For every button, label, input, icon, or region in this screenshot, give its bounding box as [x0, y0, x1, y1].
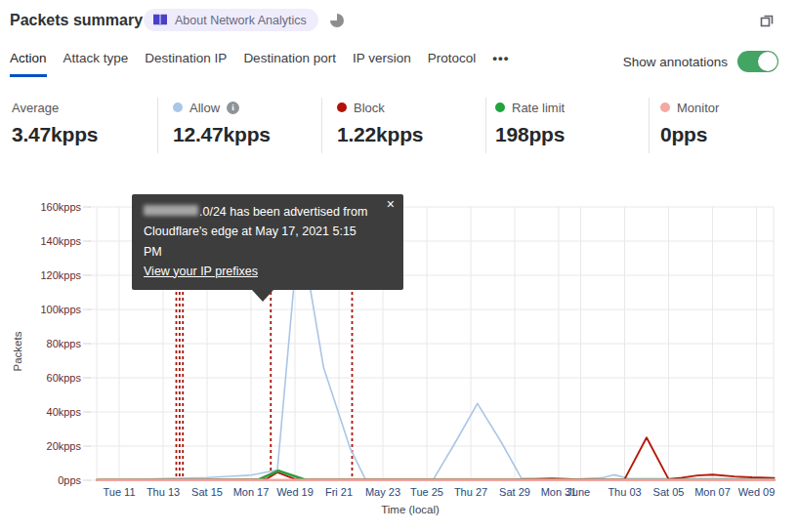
- tooltip-line1: .0/24 has been advertised from: [144, 202, 378, 222]
- stat-label: Rate limit: [512, 101, 565, 115]
- tooltip-close-icon[interactable]: ×: [387, 197, 395, 211]
- tab-ip-version[interactable]: IP version: [353, 51, 411, 77]
- y-tick-label: 0pps: [58, 474, 81, 486]
- stat-value: 198pps: [495, 123, 565, 146]
- stats-row: Average3.47kppsAllowi12.47kppsBlock1.22k…: [0, 98, 797, 156]
- badge-label: About Network Analytics: [175, 14, 307, 27]
- legend-dot-allow: [173, 102, 183, 112]
- tooltip-line2: Cloudflare's edge at May 17, 2021 5:15 P…: [144, 222, 378, 262]
- packets-summary-panel: Packets summary About Network Analytics …: [0, 0, 797, 532]
- x-tick-label: Mon 17: [233, 486, 270, 498]
- x-tick-label: May 23: [365, 486, 400, 498]
- tooltip-arrow: [252, 290, 273, 302]
- stat-value: 1.22kpps: [337, 123, 423, 146]
- y-tick-label: 40kpps: [47, 406, 82, 418]
- tab-action[interactable]: Action: [10, 51, 47, 77]
- y-tick-label: 20kpps: [47, 440, 82, 452]
- tab-protocol[interactable]: Protocol: [428, 51, 477, 77]
- y-tick-label: 160kpps: [40, 201, 81, 213]
- info-icon[interactable]: i: [227, 102, 239, 114]
- x-tick-label: Wed 09: [738, 486, 776, 498]
- stat-allow: Allowi12.47kpps: [173, 100, 271, 146]
- annotation-tooltip: × .0/24 has been advertised from Cloudfl…: [132, 194, 403, 290]
- page-title: Packets summary: [10, 12, 143, 29]
- y-axis-title: Packets: [12, 331, 23, 371]
- stat-label: Block: [354, 101, 385, 115]
- y-tick-label: 60kpps: [47, 372, 82, 384]
- x-tick-label: Thu 03: [608, 486, 641, 498]
- tab-attack-type[interactable]: Attack type: [63, 51, 129, 77]
- stat-value: 3.47kpps: [12, 123, 98, 146]
- show-annotations-label: Show annotations: [623, 55, 728, 69]
- x-tick-label: June: [566, 486, 590, 498]
- legend-dot-rate-limit: [495, 102, 505, 112]
- stat-divider: [485, 98, 486, 153]
- x-tick-label: Mon 07: [694, 486, 731, 498]
- x-tick-label: Fri 21: [325, 486, 353, 498]
- x-tick-label: Sat 15: [191, 486, 223, 498]
- y-tick-label: 120kpps: [40, 269, 81, 281]
- stat-divider: [157, 98, 158, 153]
- x-tick-label: Sat 29: [499, 486, 530, 498]
- x-tick-label: Wed 19: [276, 486, 314, 498]
- stat-monitor: Monitor0pps: [660, 100, 719, 146]
- pie-chart-icon[interactable]: [330, 14, 344, 27]
- stat-divider: [649, 98, 650, 153]
- show-annotations-control: Show annotations: [623, 51, 778, 72]
- x-tick-label: Sat 05: [653, 486, 685, 498]
- redacted-ip-prefix: [144, 205, 198, 216]
- stat-value: 0pps: [660, 123, 719, 146]
- x-tick-label: Tue 11: [103, 486, 135, 498]
- y-tick-label: 100kpps: [40, 304, 81, 315]
- x-tick-label: Tue 25: [410, 486, 443, 498]
- tab-bar: ActionAttack typeDestination IPDestinati…: [10, 51, 509, 77]
- legend-dot-block: [337, 102, 347, 112]
- toggle-knob: [758, 52, 777, 71]
- open-window-icon[interactable]: [758, 12, 776, 29]
- tab-destination-ip[interactable]: Destination IP: [145, 51, 227, 77]
- header: Packets summary About Network Analytics: [0, 0, 797, 43]
- stat-rate-limit: Rate limit198pps: [495, 100, 565, 146]
- stat-label: Average: [12, 101, 59, 115]
- series-line-block: [98, 437, 775, 479]
- stat-average: Average3.47kpps: [12, 100, 98, 146]
- stat-divider: [321, 98, 322, 153]
- view-ip-prefixes-link[interactable]: View your IP prefixes: [144, 265, 258, 278]
- show-annotations-toggle[interactable]: [737, 51, 778, 72]
- stat-value: 12.47kpps: [173, 123, 271, 146]
- legend-dot-monitor: [660, 102, 670, 112]
- y-tick-label: 140kpps: [40, 235, 81, 247]
- tab-destination-port[interactable]: Destination port: [243, 51, 336, 77]
- book-icon: [152, 14, 168, 26]
- x-axis-title: Time (local): [381, 504, 440, 515]
- stat-label: Monitor: [677, 101, 719, 115]
- x-tick-label: Thu 27: [454, 486, 487, 498]
- stat-label: Allow: [189, 101, 220, 115]
- stat-block: Block1.22kpps: [337, 100, 423, 146]
- y-tick-label: 80kpps: [47, 338, 82, 349]
- x-tick-label: Thu 13: [147, 486, 180, 498]
- tabs-more-button[interactable]: •••: [492, 51, 509, 77]
- about-network-analytics-badge[interactable]: About Network Analytics: [144, 9, 318, 31]
